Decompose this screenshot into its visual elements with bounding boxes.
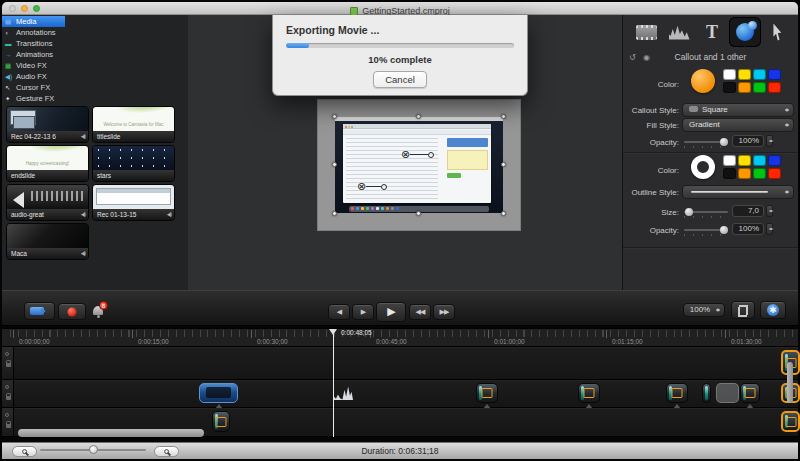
tab-cursor[interactable] [762, 17, 794, 47]
color-swatch[interactable] [753, 69, 766, 80]
tab-callout[interactable] [729, 17, 761, 47]
canvas-options-button[interactable]: ✱ [760, 301, 786, 319]
color-swatch[interactable] [723, 155, 736, 166]
color-swatch[interactable] [738, 155, 751, 166]
fill-opacity-stepper[interactable] [766, 135, 773, 147]
color-swatch[interactable] [738, 82, 751, 93]
callout-anchor-marker[interactable]: ⊗ [357, 181, 387, 192]
timeline-zoom-slider[interactable] [40, 449, 146, 451]
color-swatch[interactable] [753, 82, 766, 93]
sidebar-item-gesture-fx[interactable]: ✦Gesture FX [2, 93, 66, 104]
resize-handle[interactable] [416, 114, 421, 119]
resize-handle[interactable] [416, 211, 421, 216]
play-button[interactable]: ▶ [376, 302, 406, 322]
timeline-clip-callout[interactable] [740, 383, 760, 403]
record-button[interactable] [58, 303, 86, 320]
outline-size-slider[interactable] [684, 211, 728, 213]
track-visibility-icon[interactable] [5, 413, 9, 417]
zoom-slider-knob[interactable] [89, 445, 98, 454]
track-visibility-icon[interactable] [5, 352, 9, 356]
color-swatch[interactable] [768, 168, 781, 179]
track-lock-icon[interactable] [6, 396, 11, 400]
timeline-clip-callout-narrow[interactable] [702, 383, 711, 403]
media-item[interactable]: Happy screencasting!endslide [6, 145, 89, 182]
outline-size-value[interactable]: 7,0 [732, 205, 764, 217]
resize-handle[interactable] [332, 162, 337, 167]
notifications-button[interactable]: 8 [91, 302, 108, 318]
tab-media[interactable] [630, 17, 662, 47]
resize-handle[interactable] [501, 114, 506, 119]
outline-color-well[interactable] [691, 155, 715, 179]
timeline-clip-video[interactable] [199, 383, 238, 403]
color-swatch[interactable] [723, 82, 736, 93]
playhead[interactable] [333, 330, 334, 437]
resize-handle[interactable] [332, 114, 337, 119]
outline-opacity-value[interactable]: 100% [732, 223, 764, 235]
fill-color-well[interactable] [691, 69, 715, 93]
color-swatch[interactable] [738, 69, 751, 80]
track-lock-icon[interactable] [6, 363, 11, 367]
outline-size-stepper[interactable] [766, 205, 773, 217]
color-swatch[interactable] [753, 168, 766, 179]
color-swatch[interactable] [768, 69, 781, 80]
resize-handle[interactable] [501, 162, 506, 167]
timeline-ruler[interactable]: 0:00:00;000:00:15;000:00:30;000:00:45;00… [2, 328, 798, 347]
fill-style-select[interactable]: Gradient [682, 118, 794, 132]
timeline-clip-video-wave[interactable] [320, 383, 355, 403]
slider-knob[interactable] [720, 226, 728, 234]
sidebar-item-audio-fx[interactable]: ◀)Audio FX [2, 71, 66, 82]
canvas-zoom-select[interactable]: 100% [683, 303, 725, 317]
media-item[interactable]: Welcome to Camtasia for Mactitleslide [92, 106, 175, 143]
color-swatch[interactable] [768, 82, 781, 93]
camera-record-button[interactable] [24, 302, 55, 320]
callout-end-handle[interactable] [381, 184, 387, 190]
callout-style-select[interactable]: Square [682, 103, 794, 117]
sidebar-item-cursor-fx[interactable]: ↖Cursor FX [2, 82, 66, 93]
fill-opacity-slider[interactable] [684, 141, 728, 143]
crop-button[interactable] [731, 301, 755, 319]
timeline-clip-callout[interactable] [666, 383, 688, 403]
color-swatch[interactable] [723, 168, 736, 179]
sidebar-item-annotations[interactable]: ◗Annotations [2, 27, 66, 38]
timeline-clip-callout[interactable] [476, 383, 498, 403]
slider-knob[interactable] [685, 208, 693, 216]
track-visibility-icon[interactable] [5, 385, 9, 389]
media-item[interactable]: Rec 01-13-15◀)) [92, 184, 175, 221]
sidebar-item-video-fx[interactable]: ▦Video FX [2, 60, 66, 71]
slider-knob[interactable] [720, 138, 728, 146]
horizontal-scrollbar[interactable] [18, 429, 204, 437]
step-forward-button[interactable]: ▶ [352, 304, 374, 320]
sidebar-item-transitions[interactable]: ▬Transitions [2, 38, 66, 49]
jump-to-end-button[interactable]: ▶▶ [433, 304, 455, 320]
outline-opacity-slider[interactable] [684, 229, 728, 231]
fill-opacity-value[interactable]: 100% [732, 135, 764, 147]
jump-to-start-button[interactable]: ◀◀ [409, 304, 431, 320]
color-swatch[interactable] [738, 168, 751, 179]
resize-handle[interactable] [332, 211, 337, 216]
undo-properties-icon[interactable]: ↺ [629, 51, 636, 64]
timeline-clip-selected[interactable] [781, 411, 800, 432]
eye-properties-icon[interactable]: ◉ [643, 51, 650, 64]
color-swatch[interactable] [768, 155, 781, 166]
media-item[interactable]: audio-great◀)) [6, 184, 89, 221]
playhead-handle[interactable] [329, 329, 337, 339]
timeline-track[interactable] [2, 380, 798, 408]
timeline-clip-callout[interactable] [578, 383, 600, 403]
color-swatch[interactable] [723, 69, 736, 80]
timeline-track[interactable] [2, 347, 798, 380]
step-back-button[interactable]: ◀ [328, 304, 350, 320]
cancel-button[interactable]: Cancel [373, 71, 427, 88]
sidebar-item-media[interactable]: ▤Media [2, 16, 65, 27]
outline-style-select[interactable] [682, 185, 794, 199]
tab-audio[interactable] [663, 17, 695, 47]
media-item[interactable]: stars [92, 145, 175, 182]
timeline-clip-callout-green[interactable] [212, 411, 230, 432]
callout-anchor-marker[interactable]: ⊗ [401, 149, 434, 160]
timeline-clip-ghost[interactable] [716, 383, 739, 403]
sidebar-item-animations[interactable]: →Animations [2, 49, 66, 60]
callout-end-handle[interactable] [428, 152, 434, 158]
media-item[interactable]: Rec 04-22-13 6◀)) [6, 106, 89, 143]
media-item[interactable]: Maca◀)) [6, 223, 89, 260]
vertical-scrollbar[interactable] [787, 362, 793, 403]
video-preview[interactable]: ⊗ ⊗ [335, 117, 503, 213]
